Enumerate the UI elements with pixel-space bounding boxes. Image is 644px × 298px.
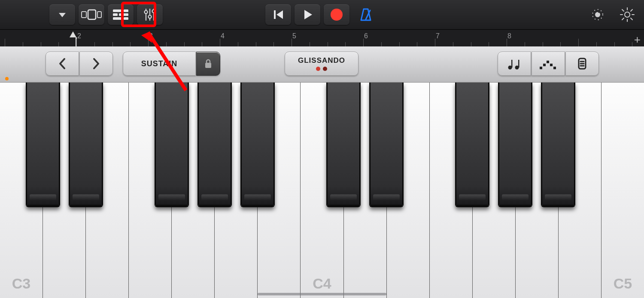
svg-point-16 [331, 9, 343, 21]
svg-point-19 [595, 12, 600, 17]
loop-dial-icon [589, 6, 606, 23]
svg-rect-8 [124, 17, 128, 20]
scale-button[interactable] [532, 52, 565, 76]
ruler-bar-number: 4 [221, 32, 225, 40]
octave-down-button[interactable] [46, 52, 79, 76]
black-key[interactable] [541, 83, 575, 207]
svg-point-14 [152, 10, 155, 13]
sustain-label: SUSTAIN [141, 59, 178, 68]
ruler-bar-number: 2 [77, 32, 81, 40]
svg-rect-36 [543, 64, 546, 66]
home-indicator [258, 293, 386, 295]
play-icon [301, 8, 314, 21]
ruler-bar-number: 5 [292, 32, 296, 40]
black-key[interactable] [197, 83, 232, 207]
black-key[interactable] [155, 83, 189, 207]
key-label: C5 [614, 275, 632, 292]
keyboard-layout-icon [577, 57, 587, 70]
black-key[interactable] [26, 83, 60, 207]
key-label: C4 [313, 275, 331, 292]
mixer-sliders-icon [143, 7, 157, 22]
svg-rect-6 [119, 13, 128, 16]
instrument-browser-button[interactable] [49, 4, 75, 25]
svg-rect-30 [205, 63, 211, 68]
glissando-button[interactable]: GLISSANDO [285, 52, 358, 76]
chevron-left-icon [58, 57, 67, 70]
black-key[interactable] [240, 83, 275, 207]
record-icon [329, 7, 344, 22]
arpeggiator-notes-icon [506, 57, 523, 70]
tracks-view-button[interactable] [108, 4, 134, 25]
black-key[interactable] [369, 83, 404, 207]
svg-rect-32 [511, 60, 513, 68]
ruler-bar-number: 3 [149, 32, 153, 40]
svg-rect-2 [97, 12, 101, 18]
play-button[interactable] [295, 4, 320, 25]
glissando-label: GLISSANDO [298, 56, 345, 65]
svg-rect-39 [553, 67, 556, 69]
svg-line-26 [622, 9, 624, 11]
view-toggle-button[interactable] [79, 4, 104, 25]
black-key[interactable] [455, 83, 489, 207]
svg-point-12 [149, 15, 152, 18]
triangle-down-icon [57, 9, 67, 20]
black-key[interactable] [498, 83, 532, 207]
svg-rect-15 [274, 10, 276, 19]
scale-dots-icon [539, 58, 558, 69]
ruler-bar-number: 6 [364, 32, 368, 40]
skip-back-icon [272, 8, 285, 21]
tracks-view-icon [112, 8, 129, 21]
svg-rect-38 [550, 64, 553, 66]
svg-line-28 [631, 9, 632, 11]
svg-rect-1 [88, 10, 96, 19]
key-label: C3 [12, 275, 30, 292]
svg-rect-0 [82, 12, 86, 18]
piano-keyboard[interactable]: C3C4C5 [0, 83, 644, 298]
sustain-button[interactable]: SUSTAIN [123, 52, 196, 76]
master-volume-dial[interactable] [589, 6, 606, 23]
svg-point-21 [625, 12, 630, 17]
arpeggiator-button[interactable] [498, 52, 531, 76]
chevron-right-icon [91, 57, 101, 70]
svg-rect-3 [113, 9, 122, 12]
metronome-button[interactable] [353, 7, 379, 22]
ruler-bar-number: 7 [436, 32, 440, 40]
mixer-button[interactable] [137, 4, 163, 25]
svg-rect-35 [540, 67, 542, 69]
metronome-icon [358, 7, 373, 22]
song-settings-button[interactable] [619, 6, 635, 23]
track-marker-dot [5, 77, 9, 80]
svg-rect-34 [518, 60, 519, 68]
svg-point-20 [598, 11, 600, 13]
glissando-indicator [315, 67, 328, 71]
keyboard-layout-button[interactable] [565, 52, 599, 76]
svg-line-29 [622, 18, 624, 20]
black-key[interactable] [69, 83, 103, 207]
view-toggle-icon [81, 8, 102, 21]
svg-point-10 [145, 11, 148, 14]
playhead[interactable] [70, 31, 76, 37]
add-section-button[interactable]: + [634, 33, 641, 46]
svg-rect-4 [124, 9, 128, 12]
lock-icon [204, 58, 213, 69]
record-button[interactable] [324, 4, 349, 25]
sustain-lock-button[interactable] [196, 52, 220, 76]
black-key[interactable] [326, 83, 361, 207]
svg-rect-37 [547, 61, 549, 63]
ruler-bar-number: 8 [507, 32, 511, 40]
timeline-ruler[interactable]: 2345678 + [0, 29, 644, 46]
svg-rect-5 [113, 13, 118, 16]
go-to-beginning-button[interactable] [265, 4, 291, 25]
svg-rect-7 [113, 17, 122, 20]
octave-up-button[interactable] [79, 52, 113, 76]
gear-icon [619, 6, 635, 23]
svg-line-27 [631, 18, 632, 20]
